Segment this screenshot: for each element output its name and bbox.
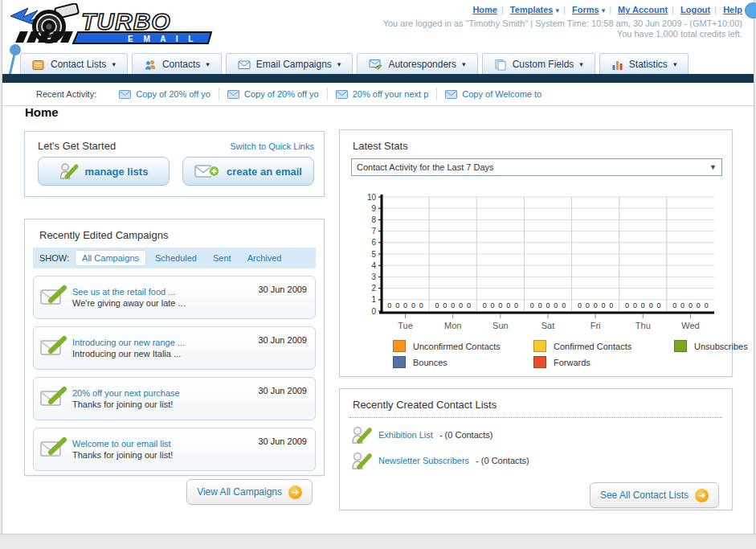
svg-text:0: 0 — [514, 301, 518, 309]
create-email-button[interactable]: create an email — [182, 157, 314, 186]
person-pencil-icon — [351, 450, 372, 471]
tab-statistics[interactable]: Statistics▾ — [599, 53, 689, 75]
svg-text:0: 0 — [451, 301, 455, 309]
campaign-row[interactable]: 20% off your next purchase Thanks for jo… — [33, 377, 316, 420]
contact-list-count: - (0 Contacts) — [439, 430, 493, 440]
svg-text:0: 0 — [395, 301, 399, 309]
logo-text-email: E M A I L — [128, 35, 197, 43]
recent-activity-bar: Recent Activity: Copy of 20% off yo Copy… — [2, 83, 754, 106]
recent-campaigns-title: Recently Edited Campaigns — [25, 219, 324, 248]
switch-quick-links-link[interactable]: Switch to Quick Links — [230, 141, 314, 151]
svg-text:Fri: Fri — [590, 321, 601, 330]
envelope-pencil-icon — [40, 386, 67, 408]
custom-fields-icon — [494, 59, 507, 71]
login-info: You are logged in as "Timothy Smith" | S… — [383, 18, 742, 28]
latest-stats-panel: Latest Stats Contact Activity for the La… — [339, 129, 733, 377]
dropdown-arrow-icon: ▾ — [602, 6, 606, 14]
speed-stripes — [15, 31, 73, 43]
svg-text:5: 5 — [371, 250, 376, 259]
svg-text:0: 0 — [538, 301, 542, 309]
contact-list-link[interactable]: Newsletter Subscribers — [378, 456, 469, 465]
nav-logout-link[interactable]: Logout — [680, 5, 710, 14]
svg-text:0: 0 — [443, 301, 447, 309]
nav-templates-link[interactable]: Templates — [510, 5, 554, 14]
svg-text:10: 10 — [367, 193, 377, 202]
stats-report-select[interactable]: Contact Activity for the Last 7 Days ▼ — [351, 158, 722, 176]
dropdown-arrow-icon: ▾ — [673, 60, 677, 68]
campaign-row[interactable]: Welcome to our email list Thanks for joi… — [33, 428, 316, 471]
campaign-date: 30 Jun 2009 — [258, 436, 307, 446]
tab-email-campaigns[interactable]: Email Campaigns▾ — [226, 53, 353, 75]
svg-text:0: 0 — [697, 301, 701, 309]
campaign-filter-bar: SHOW: All Campaigns Scheduled Sent Archi… — [33, 248, 316, 268]
dropdown-arrow-icon: ▾ — [112, 60, 116, 68]
main-tab-bar: Contact Lists▾ Contacts▾ Email Campaigns… — [20, 53, 754, 75]
campaign-row[interactable]: See us at the retail food ... We're givi… — [33, 276, 316, 319]
svg-text:3: 3 — [371, 272, 376, 281]
tab-autoresponders[interactable]: Autoresponders▾ — [357, 53, 477, 75]
svg-text:0: 0 — [498, 301, 502, 309]
svg-text:0: 0 — [578, 301, 582, 309]
campaign-title-link[interactable]: Welcome to our email list — [72, 439, 258, 449]
tab-contacts[interactable]: Contacts▾ — [132, 53, 222, 75]
svg-text:8: 8 — [371, 215, 376, 224]
dropdown-arrow-icon: ▾ — [556, 6, 560, 14]
svg-text:0: 0 — [467, 301, 471, 309]
recent-activity-item[interactable]: Copy of 20% off yo — [111, 88, 219, 100]
campaign-title-link[interactable]: See us at the retail food ... — [72, 287, 258, 297]
recent-activity-item[interactable]: Copy of Welcome to — [437, 88, 550, 100]
envelope-pencil-icon — [40, 436, 67, 459]
logo: TURBO E M A I L — [7, 3, 223, 48]
tab-contact-lists[interactable]: Contact Lists▾ — [20, 53, 128, 75]
page-title: Home — [25, 105, 59, 119]
envelope-pencil-icon — [40, 285, 67, 307]
chart-legend: Unconfirmed Contacts Confirmed Contacts … — [393, 340, 732, 368]
svg-text:0: 0 — [633, 301, 637, 309]
svg-text:7: 7 — [371, 227, 376, 236]
top-nav: Home| Templates ▾| Forms ▾| My Account| … — [472, 5, 742, 14]
campaign-date: 30 Jun 2009 — [258, 386, 307, 395]
campaign-title-link[interactable]: 20% off your next purchase — [72, 388, 258, 398]
campaign-row[interactable]: Introducing our new range ... Introducin… — [33, 326, 316, 370]
nav-forms-link[interactable]: Forms — [572, 5, 599, 14]
filter-sent[interactable]: Sent — [206, 251, 238, 265]
see-all-contact-lists-button[interactable]: See All Contact Lists ➜ — [590, 482, 719, 508]
person-pencil-icon — [351, 424, 372, 445]
dropdown-arrow-icon: ▾ — [337, 60, 341, 68]
filter-scheduled[interactable]: Scheduled — [149, 251, 203, 265]
svg-text:0: 0 — [554, 301, 558, 309]
credits-info: You have 1,000 total credits left. — [617, 29, 742, 39]
recent-activity-item[interactable]: 20% off your next p — [328, 88, 438, 100]
svg-text:4: 4 — [371, 261, 376, 270]
nav-home-link[interactable]: Home — [472, 5, 497, 14]
svg-text:6: 6 — [371, 238, 376, 247]
recent-activity-item[interactable]: Copy of 20% off yo — [219, 88, 328, 100]
campaign-title-link[interactable]: Introducing our new range ... — [72, 338, 258, 347]
person-pencil-icon — [59, 162, 79, 181]
nav-help-link[interactable]: Help — [723, 5, 742, 14]
svg-text:Wed: Wed — [681, 321, 699, 330]
view-all-campaigns-button[interactable]: View All Campaigns ➜ — [186, 479, 313, 505]
contacts-icon — [144, 59, 157, 71]
legend-item: Forwards — [533, 356, 674, 368]
filter-all-campaigns[interactable]: All Campaigns — [76, 251, 145, 265]
legend-swatch — [674, 340, 687, 352]
svg-text:0: 0 — [594, 301, 598, 309]
contact-list-row[interactable]: Newsletter Subscribers - (0 Contacts) — [340, 447, 732, 473]
svg-text:0: 0 — [419, 301, 423, 309]
legend-item: Bounces — [393, 356, 533, 368]
filter-archived[interactable]: Archived — [241, 251, 288, 265]
tab-custom-fields[interactable]: Custom Fields▾ — [482, 53, 595, 75]
envelope-icon — [119, 90, 131, 99]
recent-activity-label: Recent Activity: — [36, 89, 96, 99]
svg-text:0: 0 — [403, 301, 407, 309]
help-bubble-icon[interactable] — [745, 2, 756, 18]
nav-my-account-link[interactable]: My Account — [618, 5, 668, 14]
getting-started-title: Let's Get Started — [38, 140, 116, 152]
manage-lists-button[interactable]: manage lists — [38, 157, 170, 186]
contact-list-link[interactable]: Exhibition List — [378, 430, 433, 440]
contact-list-row[interactable]: Exhibition List - (0 Contacts) — [340, 421, 732, 447]
svg-text:Tue: Tue — [398, 321, 413, 330]
dropdown-arrow-icon: ▾ — [462, 60, 466, 68]
svg-text:0: 0 — [680, 301, 684, 309]
